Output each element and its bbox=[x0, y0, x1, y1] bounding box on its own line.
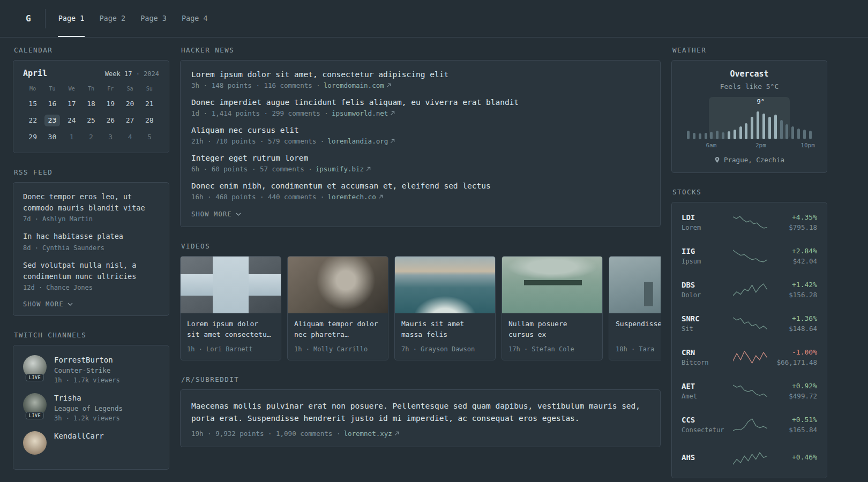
hn-item-domain[interactable]: ipsumworld.net bbox=[332, 109, 388, 117]
weather-time-label: 2pm bbox=[755, 142, 766, 149]
stock-ticker: AHS bbox=[682, 453, 733, 462]
tab-page-3[interactable]: Page 3 bbox=[140, 0, 167, 37]
calendar-day: 25 bbox=[81, 115, 101, 126]
hn-item-meta: 16h · 468 points · 440 comments ·loremte… bbox=[191, 193, 649, 201]
hn-item-title[interactable]: Integer eget rutrum lorem bbox=[191, 154, 649, 162]
left-column: CALENDAR April Week 17 · 2024 MoTuWeThFr… bbox=[13, 37, 169, 470]
stock-price: $148.64 bbox=[767, 325, 817, 333]
app-logo[interactable]: G bbox=[26, 9, 46, 28]
stocks-section-header: STOCKS bbox=[672, 188, 826, 196]
weather-hour-bar bbox=[762, 114, 765, 139]
hn-item-domain[interactable]: loremlandia.org bbox=[327, 137, 388, 145]
subreddit-post-title[interactable]: Maecenas mollis pulvinar erat non posuer… bbox=[191, 400, 649, 425]
video-card[interactable]: Mauris sit amet massa felis7h · Grayson … bbox=[394, 256, 496, 360]
hn-item-meta: 3h · 148 points · 116 comments ·loremdom… bbox=[191, 81, 649, 89]
calendar-dow-label: Mo bbox=[23, 86, 42, 92]
weather-section-header: WEATHER bbox=[672, 46, 826, 54]
weather-hour-bar bbox=[757, 111, 759, 139]
stock-change: +4.35% bbox=[767, 213, 817, 221]
weather-time-labels: 6am2pm10pm bbox=[686, 142, 813, 149]
hn-item-title[interactable]: Aliquam nec cursus elit bbox=[191, 126, 649, 134]
rss-item-title[interactable]: In hac habitasse platea bbox=[23, 231, 159, 242]
twitch-channel[interactable]: KendallCarr bbox=[23, 431, 159, 455]
videos-row: Lorem ipsum dolor sit amet consectetu…1h… bbox=[180, 256, 661, 360]
stock-row-DBS[interactable]: DBSDolor+1.42%$156.28 bbox=[682, 273, 817, 306]
external-link-icon bbox=[378, 194, 383, 199]
video-thumbnail-foggy-figure[interactable] bbox=[609, 257, 661, 313]
rss-item[interactable]: Donec tempor eros leo, ut commodo mauris… bbox=[23, 191, 159, 223]
stock-values: +0.51%$165.84 bbox=[767, 416, 817, 434]
calendar-day: 27 bbox=[120, 115, 139, 126]
stock-name: Bitcorn bbox=[682, 359, 733, 366]
show-more-label: SHOW MORE bbox=[23, 300, 64, 308]
video-title[interactable]: Lorem ipsum dolor sit amet consectetu… bbox=[187, 319, 274, 341]
hn-item-stats: 6h · 60 points · 57 comments · bbox=[191, 165, 312, 173]
video-thumbnail-sea-boat-wake[interactable] bbox=[395, 257, 495, 313]
stock-sparkline bbox=[733, 249, 767, 263]
hn-item: Donec enim nibh, condimentum et accumsan… bbox=[191, 182, 649, 201]
video-title[interactable]: Aliquam tempor dolor nec pharetra… bbox=[294, 319, 381, 341]
chevron-down-icon bbox=[236, 213, 241, 216]
hn-item: Lorem ipsum dolor sit amet, consectetur … bbox=[191, 70, 649, 89]
stock-info: DBSDolor bbox=[682, 281, 733, 299]
subreddit-post-domain[interactable]: loremnet.xyz bbox=[343, 430, 392, 438]
video-thumbnail-canoe-fishing[interactable] bbox=[502, 257, 602, 313]
rss-show-more-button[interactable]: SHOW MORE bbox=[23, 300, 73, 308]
rss-item[interactable]: Sed volutpat nulla nisl, a condimentum n… bbox=[23, 260, 159, 291]
hn-show-more-button[interactable]: SHOW MORE bbox=[191, 210, 241, 218]
rss-item-title[interactable]: Sed volutpat nulla nisl, a condimentum n… bbox=[23, 260, 159, 282]
hn-item-title[interactable]: Lorem ipsum dolor sit amet, consectetur … bbox=[191, 70, 649, 79]
stock-row-SNRC[interactable]: SNRCSit+1.36%$148.64 bbox=[682, 306, 817, 340]
video-card[interactable]: Lorem ipsum dolor sit amet consectetu…1h… bbox=[180, 256, 281, 360]
rss-item[interactable]: In hac habitasse platea8d · Cynthia Saun… bbox=[23, 231, 159, 251]
video-thumbnail-hands-camera[interactable] bbox=[288, 257, 388, 313]
hn-item-title[interactable]: Donec enim nibh, condimentum et accumsan… bbox=[191, 182, 649, 190]
stock-row-CCS[interactable]: CCSConsectetur+0.51%$165.84 bbox=[682, 408, 817, 441]
hn-item-domain[interactable]: loremtech.co bbox=[327, 193, 376, 201]
stock-sparkline bbox=[733, 384, 767, 398]
channel-name[interactable]: ForrestBurton bbox=[54, 356, 120, 364]
hn-item-domain[interactable]: loremdomain.com bbox=[324, 81, 384, 89]
center-column: HACKER NEWS Lorem ipsum dolor sit amet, … bbox=[180, 37, 661, 447]
channel-name[interactable]: Trisha bbox=[54, 394, 123, 402]
video-card[interactable]: Nullam posuere cursus ex17h · Stefan Col… bbox=[502, 256, 603, 360]
stock-row-AET[interactable]: AETAmet+0.92%$499.72 bbox=[682, 374, 817, 408]
hackernews-widget: Lorem ipsum dolor sit amet, consectetur … bbox=[180, 60, 661, 227]
hn-item-domain[interactable]: ipsumify.biz bbox=[316, 165, 364, 173]
weather-hour-bar bbox=[687, 131, 690, 139]
stock-row-LDI[interactable]: LDILorem+4.35%$795.18 bbox=[682, 205, 817, 239]
stock-values: +0.46% bbox=[767, 453, 817, 463]
stock-values: +1.36%$148.64 bbox=[767, 314, 817, 333]
rss-item-title[interactable]: Donec tempor eros leo, ut commodo mauris… bbox=[23, 191, 159, 214]
stock-row-CRN[interactable]: CRNBitcorn-1.00%$66,171.48 bbox=[682, 340, 817, 374]
tab-page-4[interactable]: Page 4 bbox=[181, 0, 208, 37]
stock-ticker: AET bbox=[682, 382, 733, 390]
video-card[interactable]: Suspendisse diam18h · Tara bbox=[609, 256, 661, 360]
stock-row-IIG[interactable]: IIGIpsum+2.84%$42.04 bbox=[682, 239, 817, 273]
weather-widget: Overcast Feels like 5°C 9° 6am2pm10pm Pr… bbox=[671, 60, 827, 173]
video-meta: 18h · Tara bbox=[616, 345, 661, 353]
stock-sparkline bbox=[733, 215, 767, 229]
twitch-channel[interactable]: LIVETrishaLeague of Legends3h · 1.2k vie… bbox=[23, 393, 159, 422]
stock-row-AHS[interactable]: AHS+0.46% bbox=[682, 441, 817, 475]
calendar-day: 2 bbox=[81, 131, 101, 143]
video-title[interactable]: Nullam posuere cursus ex bbox=[508, 319, 596, 341]
hn-item-title[interactable]: Donec imperdiet augue tincidunt felis al… bbox=[191, 98, 649, 107]
stock-sparkline bbox=[733, 418, 767, 432]
stock-ticker: CRN bbox=[682, 348, 733, 357]
tab-page-1[interactable]: Page 1 bbox=[58, 0, 85, 37]
video-title[interactable]: Suspendisse diam bbox=[616, 319, 661, 341]
video-thumbnail-concrete-cross-sky[interactable] bbox=[181, 257, 281, 313]
video-title[interactable]: Mauris sit amet massa felis bbox=[401, 319, 489, 341]
calendar-week-year: Week 17 · 2024 bbox=[105, 70, 159, 78]
video-card[interactable]: Aliquam tempor dolor nec pharetra…1h · M… bbox=[287, 256, 388, 360]
video-meta: 1h · Lori Barnett bbox=[187, 345, 274, 353]
rss-widget: Donec tempor eros leo, ut commodo mauris… bbox=[13, 182, 169, 316]
channel-meta: 1h · 1.7k viewers bbox=[54, 376, 120, 384]
hackernews-items: Lorem ipsum dolor sit amet, consectetur … bbox=[191, 70, 649, 201]
twitch-channel[interactable]: LIVEForrestBurtonCounter-Strike1h · 1.7k… bbox=[23, 355, 159, 384]
tab-page-2[interactable]: Page 2 bbox=[99, 0, 126, 37]
weather-hour-bar bbox=[809, 131, 812, 139]
channel-name[interactable]: KendallCarr bbox=[54, 432, 104, 440]
calendar-day: 15 bbox=[23, 98, 42, 110]
